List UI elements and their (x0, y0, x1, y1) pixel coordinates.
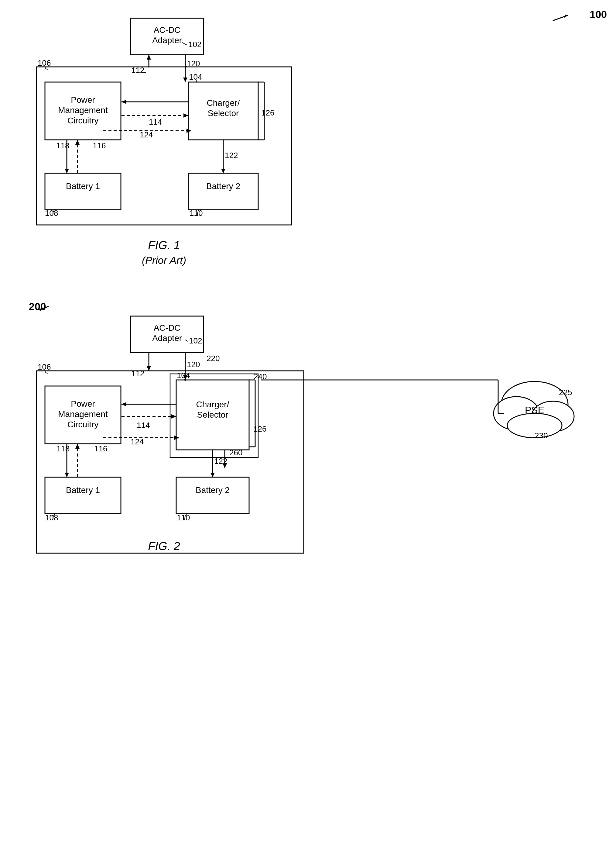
svg-text:116: 116 (94, 444, 107, 453)
svg-text:104: 104 (189, 72, 202, 82)
svg-text:124: 124 (130, 437, 144, 446)
svg-text:Battery 1: Battery 1 (66, 181, 100, 191)
svg-text:260: 260 (229, 448, 242, 457)
svg-text:AC-DC: AC-DC (154, 323, 181, 333)
svg-text:Adapter: Adapter (152, 333, 182, 343)
svg-text:Circuitry: Circuitry (68, 420, 99, 429)
svg-text:120: 120 (187, 59, 200, 68)
svg-text:102: 102 (189, 336, 202, 345)
svg-rect-96 (176, 477, 249, 514)
svg-text:(Prior Art): (Prior Art) (142, 254, 186, 266)
svg-text:Charger/: Charger/ (207, 98, 240, 107)
svg-marker-81 (147, 366, 151, 371)
page: 100 AC-DC Adapter 102 106 Power Manageme… (0, 0, 616, 862)
svg-text:AC-DC: AC-DC (154, 25, 181, 35)
svg-text:Management: Management (58, 106, 108, 115)
svg-text:110: 110 (177, 513, 190, 522)
svg-text:118: 118 (56, 141, 69, 150)
fig2-svg: 200 AC-DC Adapter 102 106 Power Manageme… (0, 286, 616, 862)
svg-text:Circuitry: Circuitry (68, 116, 99, 125)
svg-text:118: 118 (57, 444, 69, 453)
svg-text:Battery 2: Battery 2 (196, 485, 229, 495)
svg-text:108: 108 (45, 208, 58, 217)
svg-marker-18 (147, 55, 151, 60)
svg-text:Battery 1: Battery 1 (66, 485, 100, 495)
svg-text:112: 112 (131, 66, 144, 75)
svg-text:116: 116 (93, 141, 106, 150)
svg-text:122: 122 (225, 151, 238, 160)
svg-text:Selector: Selector (197, 410, 228, 419)
svg-text:102: 102 (188, 40, 201, 49)
svg-text:Adapter: Adapter (152, 36, 182, 45)
svg-text:Charger/: Charger/ (196, 400, 229, 409)
svg-text:114: 114 (137, 421, 150, 430)
svg-text:110: 110 (190, 208, 203, 217)
svg-rect-33 (188, 173, 258, 210)
svg-text:225: 225 (559, 388, 572, 397)
svg-text:126: 126 (261, 108, 274, 117)
svg-text:112: 112 (131, 369, 144, 378)
svg-text:FIG. 2: FIG. 2 (148, 540, 180, 553)
svg-text:124: 124 (140, 130, 153, 139)
svg-text:120: 120 (187, 360, 200, 369)
svg-text:106: 106 (38, 58, 51, 68)
svg-text:Selector: Selector (208, 109, 239, 118)
svg-text:PSE: PSE (525, 405, 544, 416)
svg-text:230: 230 (534, 431, 548, 440)
svg-text:106: 106 (38, 362, 51, 372)
svg-text:Power: Power (71, 399, 95, 408)
svg-rect-93 (45, 477, 121, 514)
svg-text:Battery 2: Battery 2 (206, 181, 240, 191)
svg-text:114: 114 (149, 117, 162, 126)
svg-text:FIG. 1: FIG. 1 (148, 239, 180, 252)
svg-text:Power: Power (71, 95, 95, 104)
svg-text:Management: Management (58, 410, 108, 419)
svg-text:220: 220 (207, 354, 220, 363)
svg-rect-30 (45, 173, 121, 210)
svg-text:200: 200 (29, 301, 46, 312)
svg-text:108: 108 (45, 513, 58, 522)
